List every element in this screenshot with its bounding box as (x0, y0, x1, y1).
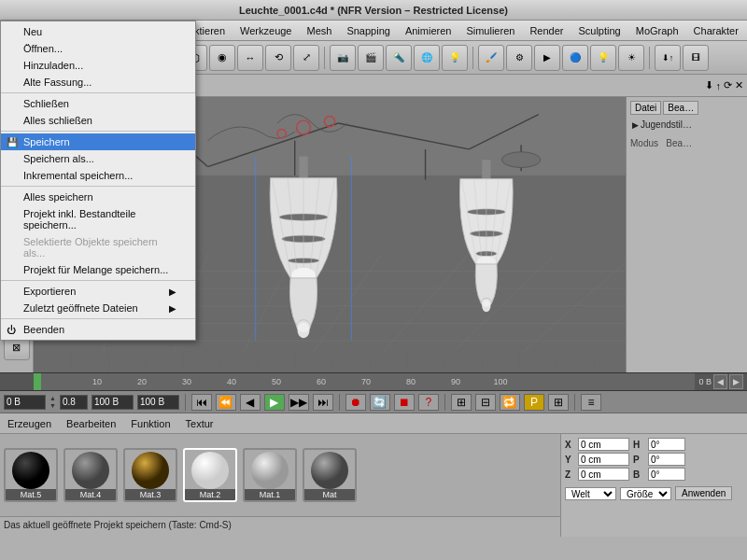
transport-spinner-down[interactable]: ▼ (49, 402, 56, 409)
transport-extra-1[interactable]: ⊞ (451, 394, 472, 411)
tool-r5[interactable]: 💡 (590, 45, 616, 71)
mat-tab-funktion[interactable]: Funktion (127, 417, 174, 430)
coord-apply-button[interactable]: Anwenden (675, 486, 732, 500)
right-panel: Datei Bea… ▶ Jugendstil… Modus Bea… (626, 97, 747, 372)
transport-frame-end-1[interactable]: 100 B (92, 395, 134, 410)
material-swatch-mat[interactable]: Mat (303, 448, 357, 502)
material-swatch-mat2[interactable]: Mat.2 (183, 448, 237, 502)
transport-stop[interactable]: ⏹ (394, 394, 415, 411)
coord-p-input[interactable] (648, 453, 685, 466)
menu-item-hinzuladen[interactable]: Hinzuladen... (1, 57, 195, 74)
coord-h-input[interactable] (648, 438, 685, 451)
transport-frame-rate[interactable]: 0.8 (60, 395, 88, 410)
coord-system-dropdown[interactable]: Welt Objekt (565, 487, 616, 500)
tool-obj4[interactable]: ⟲ (265, 45, 291, 71)
transport-frame-end-2[interactable]: 100 B (137, 395, 179, 410)
transport-prev[interactable]: ◀ (240, 394, 261, 411)
transport-frame-start[interactable]: 0 B (4, 395, 46, 410)
tool-r1[interactable]: 🖌️ (478, 45, 504, 71)
menu-item-projekt-bestandteile[interactable]: Projekt inkl. Bestandteile speichern... (1, 205, 195, 233)
vp-ctrl-2[interactable]: ↑ (716, 80, 722, 91)
transport-record[interactable]: ⏺ (345, 394, 366, 411)
transport-loop[interactable]: 🔄 (370, 394, 390, 411)
mat-tab-bearbeiten[interactable]: Bearbeiten (63, 417, 120, 430)
transport-spinner-up[interactable]: ▲ (49, 395, 56, 401)
rpanel-tab-bea[interactable]: Bea… (663, 101, 698, 115)
material-swatch-mat1[interactable]: Mat.1 (243, 448, 297, 502)
mat-tab-textur[interactable]: Textur (182, 417, 218, 430)
menu-item-alte-fassung[interactable]: Alte Fassung... (1, 74, 195, 91)
timeline-track[interactable]: 10 20 30 40 50 60 70 80 90 100 (34, 373, 695, 390)
vp-ctrl-3[interactable]: ⟳ (724, 79, 732, 91)
coord-size-dropdown[interactable]: Größe Skalierung (620, 487, 671, 500)
menu-item-inkremental[interactable]: Inkremental speichern... (1, 167, 195, 184)
menu-simulieren[interactable]: Simulieren (458, 23, 522, 38)
menu-item-exportieren[interactable]: Exportieren ▶ (1, 283, 195, 300)
transport-goto-end[interactable]: ⏭ (313, 394, 333, 411)
menu-item-speichern[interactable]: 💾 Speichern (1, 133, 195, 150)
vp-ctrl-4[interactable]: ✕ (735, 79, 743, 91)
menu-item-oeffnen[interactable]: Öffnen... (1, 40, 195, 57)
menu-item-zuletzt[interactable]: Zuletzt geöffnete Dateien ▶ (1, 300, 195, 316)
transport-extra-4[interactable]: P (524, 394, 544, 411)
coord-z-input[interactable] (578, 468, 629, 481)
tool-cam1[interactable]: 📷 (330, 45, 356, 71)
menu-item-alles-schliessen[interactable]: Alles schließen (1, 112, 195, 129)
tool-r4[interactable]: 🔵 (562, 45, 588, 71)
transport-extra-3[interactable]: 🔁 (500, 394, 520, 411)
svg-point-71 (12, 452, 49, 489)
menu-item-schliessen[interactable]: Schließen (1, 95, 195, 112)
coord-y-input[interactable] (578, 453, 629, 466)
tool-cam4[interactable]: 🌐 (414, 45, 440, 71)
transport-prev-frame[interactable]: ⏪ (216, 394, 236, 411)
tool-r2[interactable]: ⚙ (506, 45, 532, 71)
menu-item-beenden[interactable]: ⏻ Beenden (1, 321, 195, 338)
transport-extra-2[interactable]: ⊟ (475, 394, 496, 411)
menu-item-alles-speichern[interactable]: Alles speichern (1, 189, 195, 205)
menu-animieren[interactable]: Animieren (398, 23, 459, 38)
timeline-btn-2[interactable]: ▶ (729, 374, 743, 389)
mat-tab-erzeugen[interactable]: Erzeugen (4, 417, 55, 430)
timeline-right: 0 B ◀ ▶ (695, 374, 747, 389)
transport-play[interactable]: ▶ (264, 394, 285, 411)
menu-render[interactable]: Render (522, 23, 571, 38)
coords-left: X Y Z (565, 438, 629, 483)
material-swatch-mat3[interactable]: Mat.3 (123, 448, 177, 502)
tool-obj2[interactable]: ◉ (209, 45, 235, 71)
tool-obj3[interactable]: ↔ (237, 45, 263, 71)
material-swatch-mat5[interactable]: Mat.5 (4, 448, 58, 502)
tool-anim1[interactable]: ⬇↑ (655, 45, 681, 71)
vp-ctrl-1[interactable]: ⬇ (705, 79, 713, 91)
tool-cam3[interactable]: 🔦 (386, 45, 412, 71)
coord-b-input[interactable] (648, 468, 685, 481)
svg-point-26 (502, 152, 541, 168)
tool-anim2[interactable]: 🎞 (683, 45, 709, 71)
coord-x-input[interactable] (578, 438, 629, 451)
menu-mesh[interactable]: Mesh (299, 23, 339, 38)
transport-extra-5[interactable]: ⊞ (548, 394, 569, 411)
transport-next[interactable]: ▶▶ (289, 394, 309, 411)
menu-item-speichern-als[interactable]: Speichern als... (1, 150, 195, 167)
rpanel-tab-datei[interactable]: Datei (630, 101, 661, 115)
menu-snapping[interactable]: Snapping (339, 23, 398, 38)
scene-item-1[interactable]: ▶ Jugendstil… (630, 119, 743, 131)
menu-item-melange[interactable]: Projekt für Melange speichern... (1, 261, 195, 278)
transport-question[interactable]: ? (418, 394, 439, 411)
menu-sculpting[interactable]: Sculpting (571, 23, 627, 38)
menu-werkzeuge[interactable]: Werkzeuge (233, 23, 299, 38)
tool-cam2[interactable]: 🎬 (358, 45, 384, 71)
svg-point-73 (132, 452, 169, 489)
transport-goto-start[interactable]: ⏮ (191, 394, 212, 411)
menu-item-neu[interactable]: Neu (1, 23, 195, 40)
material-swatch-mat4[interactable]: Mat.4 (63, 448, 118, 502)
menu-charakter[interactable]: Charakter (686, 23, 746, 38)
tool-obj5[interactable]: ⤢ (293, 45, 319, 71)
disk-icon: 💾 (7, 137, 18, 147)
timeline-btn-1[interactable]: ◀ (713, 374, 727, 389)
transport-extra-6[interactable]: ≡ (581, 394, 601, 411)
menu-mograph[interactable]: MoGraph (628, 23, 686, 38)
tool-r6[interactable]: ☀ (618, 45, 644, 71)
swatch-label-mat2: Mat.2 (185, 489, 235, 500)
tool-cam5[interactable]: 💡 (442, 45, 468, 71)
tool-r3[interactable]: ▶ (534, 45, 560, 71)
